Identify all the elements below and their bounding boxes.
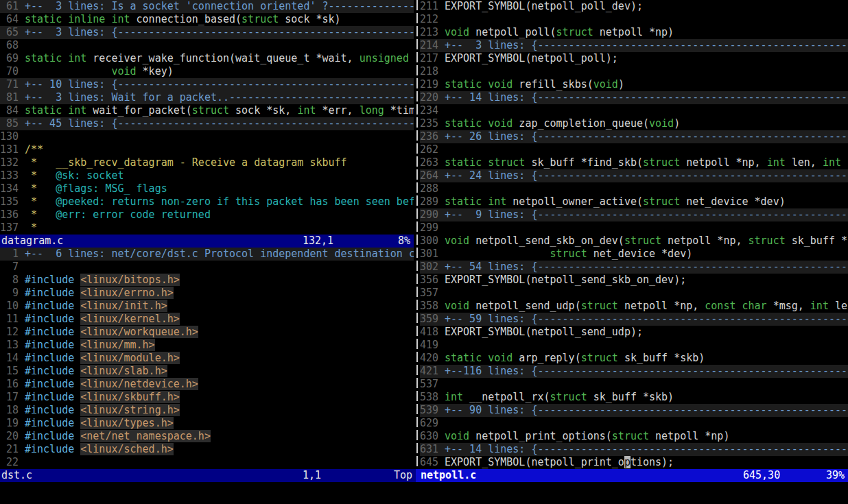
code-line[interactable]: 13#include <linux/mm.h>: [0, 339, 414, 352]
code-line[interactable]: 630void netpoll_print_options(struct net…: [420, 430, 848, 443]
window-datagram[interactable]: 61+-- 3 lines: Is a socket 'connection o…: [0, 0, 414, 235]
code-line[interactable]: 21#include <linux/sched.h>: [0, 443, 414, 456]
fold-line[interactable]: 236+-- 26 lines: {----------------------…: [420, 130, 848, 143]
code-segment: [74, 287, 80, 299]
code-line[interactable]: 14#include <linux/module.h>: [0, 352, 414, 365]
code-line[interactable]: 15#include <linux/slab.h>: [0, 365, 414, 378]
statusline-netpoll[interactable]: netpoll.c 645,30 39%: [416, 469, 848, 482]
code-line[interactable]: 420static void arp_reply(struct sk_buff …: [420, 352, 848, 365]
command-line[interactable]: [0, 482, 848, 495]
fold-line[interactable]: 71+-- 10 lines: {-----------------------…: [0, 78, 414, 91]
line-number: 9: [0, 287, 25, 300]
fold-dashes: ----------------------------------------…: [329, 0, 414, 12]
fold-line[interactable]: 214+-- 3 lines: {-----------------------…: [420, 39, 848, 52]
code-line[interactable]: 235static void zap_completion_queue(void…: [420, 117, 848, 130]
code-segment: static int: [25, 104, 86, 117]
code-line[interactable]: 11#include <linux/kernel.h>: [0, 313, 414, 326]
code-line[interactable]: 12#include <linux/workqueue.h>: [0, 326, 414, 339]
code-line[interactable]: 134 * @flags: MSG_ flags: [0, 182, 414, 195]
code-segment: ): [618, 78, 624, 91]
fold-line[interactable]: 631+-- 14 lines: {----------------------…: [420, 443, 848, 456]
code-line[interactable]: 132 * __skb_recv_datagram - Receive a da…: [0, 156, 414, 169]
line-number: 65: [0, 26, 25, 39]
code-line[interactable]: 22: [0, 456, 414, 469]
fold-line[interactable]: 539+-- 90 lines: {----------------------…: [420, 404, 848, 417]
code-line[interactable]: 288: [420, 182, 848, 195]
fold-line[interactable]: 65+-- 3 lines: {------------------------…: [0, 26, 414, 39]
code-segment: tions);: [631, 456, 674, 468]
code-line[interactable]: 130: [0, 130, 414, 143]
code-line[interactable]: 64static inline int connection_based(str…: [0, 13, 414, 26]
code-line[interactable]: 70 void *key): [0, 65, 414, 78]
code-line[interactable]: 301 struct net_device *dev): [420, 248, 848, 261]
code-line[interactable]: 262: [420, 143, 848, 156]
code-line[interactable]: 17#include <linux/skbuff.h>: [0, 391, 414, 404]
code-line[interactable]: 18#include <linux/string.h>: [0, 404, 414, 417]
code-segment: EXPORT_SYMBOL(netpoll_send_skb_on_dev);: [445, 274, 686, 286]
code-line[interactable]: 7: [0, 261, 414, 274]
window-separator[interactable]: [414, 0, 420, 469]
code-line[interactable]: 19#include <linux/types.h>: [0, 417, 414, 430]
fold-line[interactable]: 264+-- 24 lines: {----------------------…: [420, 169, 848, 182]
code-line[interactable]: 68: [0, 39, 414, 52]
code-line[interactable]: 137 *: [0, 221, 414, 235]
code-line[interactable]: 645EXPORT_SYMBOL(netpoll_print_options);: [420, 456, 848, 469]
code-line[interactable]: 629: [420, 417, 848, 430]
line-number: 631: [420, 443, 445, 456]
code-area-datagram[interactable]: 61+-- 3 lines: Is a socket 'connection o…: [0, 0, 414, 235]
code-line[interactable]: 213void netpoll_poll(struct netpoll *np): [420, 26, 848, 39]
code-line[interactable]: 537: [420, 378, 848, 391]
fold-line[interactable]: 81+-- 3 lines: Wait for a packet..------…: [0, 91, 414, 104]
code-line[interactable]: 219static void refill_skbs(void): [420, 78, 848, 91]
code-line[interactable]: 263static struct sk_buff *find_skb(struc…: [420, 156, 848, 169]
code-line[interactable]: 538int __netpoll_rx(struct sk_buff *skb): [420, 391, 848, 404]
code-line[interactable]: 8#include <linux/bitops.h>: [0, 274, 414, 287]
code-line[interactable]: 358void netpoll_send_udp(struct netpoll …: [420, 300, 848, 313]
code-line[interactable]: 212: [420, 13, 848, 26]
code-segment: #include: [25, 300, 74, 312]
statusline-datagram[interactable]: datagram.c 132,1 8%: [0, 235, 414, 248]
code-line[interactable]: 69static int receiver_wake_function(wait…: [0, 52, 414, 65]
fold-line[interactable]: 290+-- 9 lines: {-----------------------…: [420, 208, 848, 221]
fold-line[interactable]: 359+-- 59 lines: {----------------------…: [420, 313, 848, 326]
code-line[interactable]: 135 * @peeked: returns non-zero if this …: [0, 195, 414, 208]
code-segment: int: [823, 156, 841, 169]
code-segment: [74, 352, 80, 364]
code-line[interactable]: 84static int wait_for_packet(struct sock…: [0, 104, 414, 117]
code-line[interactable]: 218: [420, 65, 848, 78]
code-line[interactable]: 10#include <linux/init.h>: [0, 300, 414, 313]
window-netpoll[interactable]: 211EXPORT_SYMBOL(netpoll_poll_dev);21221…: [420, 0, 848, 469]
window-dst[interactable]: 1+-- 6 lines: net/core/dst.c Protocol in…: [0, 248, 414, 469]
code-line[interactable]: 131/**: [0, 143, 414, 156]
code-line[interactable]: 20#include <net/net_namespace.h>: [0, 430, 414, 443]
code-line[interactable]: 418EXPORT_SYMBOL(netpoll_send_udp);: [420, 326, 848, 339]
code-line[interactable]: 217EXPORT_SYMBOL(netpoll_poll);: [420, 52, 848, 65]
code-line[interactable]: 16#include <linux/netdevice.h>: [0, 378, 414, 391]
code-area-netpoll[interactable]: 211EXPORT_SYMBOL(netpoll_poll_dev);21221…: [420, 0, 848, 469]
code-line[interactable]: 419: [420, 339, 848, 352]
code-line[interactable]: 9#include <linux/errno.h>: [0, 287, 414, 300]
code-line[interactable]: 234: [420, 104, 848, 117]
code-segment: *: [25, 169, 37, 182]
code-line[interactable]: 289static int netpoll_owner_active(struc…: [420, 195, 848, 208]
statusline-dst[interactable]: dst.c 1,1 Top: [0, 469, 416, 482]
fold-line[interactable]: 302+-- 54 lines: {----------------------…: [420, 261, 848, 274]
line-number: 8: [0, 274, 25, 287]
code-line[interactable]: 356EXPORT_SYMBOL(netpoll_send_skb_on_dev…: [420, 274, 848, 287]
line-number: 134: [0, 182, 25, 195]
fold-line[interactable]: 220+-- 14 lines: {----------------------…: [420, 91, 848, 104]
code-line[interactable]: 300void netpoll_send_skb_on_dev(struct n…: [420, 235, 848, 248]
fold-dashes: ----------------------------------------…: [537, 365, 848, 377]
fold-line[interactable]: 61+-- 3 lines: Is a socket 'connection o…: [0, 0, 414, 13]
code-line[interactable]: 136 * @err: error code returned: [0, 208, 414, 221]
fold-line[interactable]: 421+--116 lines: {----------------------…: [420, 365, 848, 378]
code-area-dst[interactable]: 1+-- 6 lines: net/core/dst.c Protocol in…: [0, 248, 414, 469]
code-segment: struct: [192, 104, 229, 117]
code-line[interactable]: 211EXPORT_SYMBOL(netpoll_poll_dev);: [420, 0, 848, 13]
code-line[interactable]: 299: [420, 221, 848, 235]
code-segment: [74, 274, 80, 286]
fold-line[interactable]: 85+-- 45 lines: {-----------------------…: [0, 117, 414, 130]
code-line[interactable]: 357: [420, 287, 848, 300]
code-line[interactable]: 133 * @sk: socket: [0, 169, 414, 182]
fold-line[interactable]: 1+-- 6 lines: net/core/dst.c Protocol in…: [0, 248, 414, 261]
